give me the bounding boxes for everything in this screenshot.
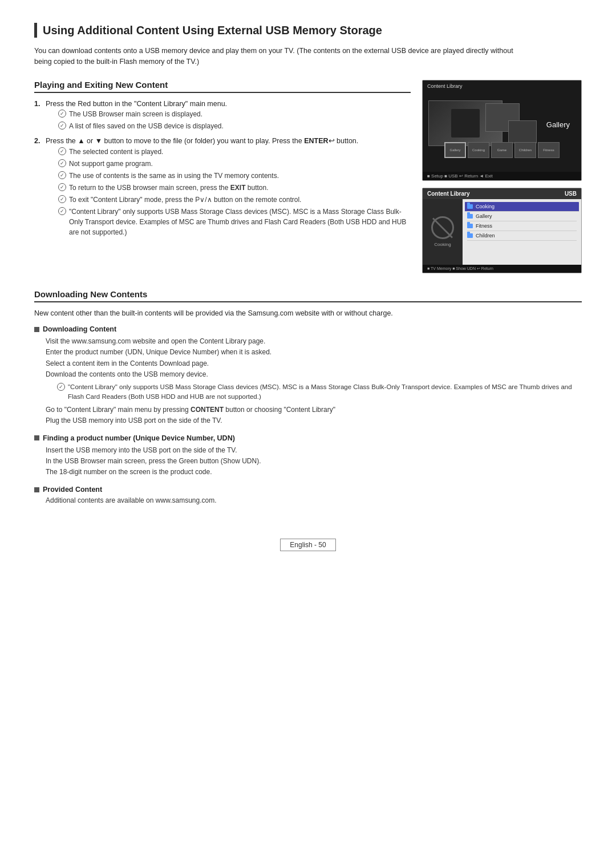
dl-step-4: Download the contents onto the USB memor…	[46, 369, 582, 402]
step-2-note-6: ✓ "Content Library" only supports USB Ma…	[46, 207, 411, 237]
dl-note: ✓ "Content Library" only supports USB Ma…	[57, 382, 582, 402]
note-2-text: A list of files saved on the USB device …	[69, 121, 224, 131]
note-icon: ✓	[58, 207, 66, 215]
folder-icon	[467, 233, 473, 238]
step-1-note-2: ✓ A list of files saved on the USB devic…	[46, 121, 411, 131]
thumb-gallery: Gallery	[444, 142, 466, 158]
udn-step-1: Insert the USB memory into the USB port …	[46, 445, 582, 456]
content-lib-header: Content Library USB	[423, 188, 581, 199]
screenshot-content-library: Content Library USB Cooking Cooking	[422, 188, 582, 273]
dl-step-5: Go to "Content Library" main menu by pre…	[46, 405, 582, 415]
step-1-text: Press the Red button in the "Content Lib…	[46, 100, 227, 108]
section1-steps: 1. Press the Red button in the "Content …	[34, 99, 411, 238]
list-item-cooking: Cooking	[465, 202, 579, 212]
note-icon: ✓	[58, 147, 66, 155]
bullet-header-downloading: Downloading Content	[34, 325, 582, 333]
screenshot-top: Content Library Gallery	[423, 80, 581, 172]
screenshot-label: Content Library	[427, 83, 463, 89]
right-column: Content Library Gallery	[422, 80, 582, 273]
content-lib-bottom: ■ TV Memory ■ Show UDN ↩ Return	[423, 265, 581, 273]
section2-heading: Downloading New Contents	[34, 289, 582, 302]
page-container: Using Additional Content Using External …	[34, 23, 582, 551]
bullet-title: Finding a product number (Unique Device …	[43, 434, 235, 442]
bullet-title: Downloading Content	[43, 325, 116, 333]
content-lib-body: Cooking Cooking Gallery Fi	[423, 199, 581, 265]
udn-steps: Insert the USB memory into the USB port …	[34, 445, 582, 478]
bullet-provided: Provided Content Additional contents are…	[34, 486, 582, 504]
step-1: 1. Press the Red button in the "Content …	[34, 99, 411, 132]
folder-icon	[467, 204, 473, 209]
screenshot-gallery: Content Library Gallery	[422, 80, 582, 181]
thumb-children: Children	[514, 142, 536, 158]
two-column-layout: Playing and Exiting New Content 1. Press…	[34, 80, 582, 273]
note-text: Not support game program.	[69, 159, 153, 169]
dl-step-1: Visit the www.samsung.com website and op…	[46, 336, 582, 347]
bullet-udn: Finding a product number (Unique Device …	[34, 434, 582, 478]
step-2-note-3: ✓ The use of contents is the same as in …	[46, 171, 411, 181]
thumb-game: Game	[491, 142, 513, 158]
page-title: Using Additional Content Using External …	[34, 23, 582, 38]
step-2-note-5: ✓ To exit "Content Library" mode, press …	[46, 195, 411, 205]
gallery-label: Gallery	[546, 120, 570, 129]
download-steps: Visit the www.samsung.com website and op…	[34, 336, 582, 426]
note-icon: ✓	[58, 171, 66, 179]
cooking-label: Cooking	[434, 242, 451, 247]
note-text: The use of contents is the same as in us…	[69, 171, 279, 181]
folder-icon	[467, 214, 473, 219]
note-icon: ✓	[57, 383, 65, 391]
note-icon: ✓	[58, 110, 66, 118]
left-column: Playing and Exiting New Content 1. Press…	[34, 80, 411, 273]
thumb-cooking: Cooking	[468, 142, 489, 158]
step-2-note-4: ✓ To return to the USB browser main scre…	[46, 183, 411, 193]
bullet-square	[34, 435, 39, 440]
note-text: The selected content is played.	[69, 147, 163, 157]
content-lib-list: Cooking Gallery Fitness Children	[463, 199, 581, 265]
bullet-square	[34, 327, 39, 332]
dl-step-3: Select a content item in the Contents Do…	[46, 358, 582, 369]
bullet-downloading: Downloading Content Visit the www.samsun…	[34, 325, 582, 426]
udn-step-3: The 18-digit number on the screen is the…	[46, 467, 582, 478]
thumb-fitness: Fitness	[538, 142, 560, 158]
intro-text: You can download contents onto a USB mem…	[34, 46, 530, 67]
note-text: To exit "Content Library" mode, press th…	[69, 195, 301, 205]
step-2-note-1: ✓ The selected content is played.	[46, 147, 411, 157]
list-item-children: Children	[467, 231, 577, 241]
footer: English - 50	[34, 539, 582, 551]
bullet-header-provided: Provided Content	[34, 486, 582, 494]
note-icon: ✓	[58, 122, 66, 130]
list-item-fitness: Fitness	[467, 221, 577, 231]
note-text: "Content Library" only supports USB Mass…	[68, 382, 582, 402]
section2: Downloading New Contents New content oth…	[34, 289, 582, 505]
bottom-bar-text: ■ Setup ■ USB ↩ Return ◄ Exit	[427, 173, 493, 179]
note-icon: ✓	[58, 159, 66, 167]
provided-content-note: Additional contents are available on www…	[34, 496, 582, 504]
step-2: 2. Press the ▲ or ▼ button to move to th…	[34, 136, 411, 237]
list-item-gallery: Gallery	[467, 212, 577, 221]
content-lib-usb: USB	[565, 191, 577, 197]
bullet-square	[34, 487, 39, 492]
note-text: "Content Library" only supports USB Mass…	[69, 207, 411, 237]
item-label: Gallery	[476, 213, 492, 219]
item-label: Cooking	[476, 204, 495, 209]
note-1-text: The USB Browser main screen is displayed…	[69, 109, 202, 119]
section1: Playing and Exiting New Content 1. Press…	[34, 80, 411, 238]
item-label: Fitness	[476, 223, 492, 229]
section1-heading: Playing and Exiting New Content	[34, 80, 411, 93]
section2-intro: New content other than the built-in cont…	[34, 308, 582, 319]
dl-step-2: Enter the product number (UDN, Unique De…	[46, 347, 582, 358]
step-2-num: 2.	[34, 136, 40, 147]
footer-box: English - 50	[280, 539, 335, 551]
content-lib-left: Cooking	[423, 199, 463, 265]
item-label: Children	[476, 233, 495, 238]
step-2-note-2: ✓ Not support game program.	[46, 159, 411, 169]
screenshot1-bottom-bar: ■ Setup ■ USB ↩ Return ◄ Exit	[423, 172, 581, 180]
no-signal-icon	[431, 216, 454, 239]
note-text: To return to the USB browser main screen…	[69, 183, 269, 193]
bullet-title: Provided Content	[43, 486, 102, 494]
bottom-bar-text: ■ TV Memory ■ Show UDN ↩ Return	[427, 266, 493, 271]
udn-step-2: In the USB Browser main screen, press th…	[46, 456, 582, 467]
step-2-text: Press the ▲ or ▼ button to move to the f…	[46, 137, 358, 145]
dl-step-6: Plug the USB memory into USB port on the…	[46, 415, 582, 426]
content-lib-title: Content Library	[427, 191, 469, 197]
note-icon: ✓	[58, 183, 66, 191]
